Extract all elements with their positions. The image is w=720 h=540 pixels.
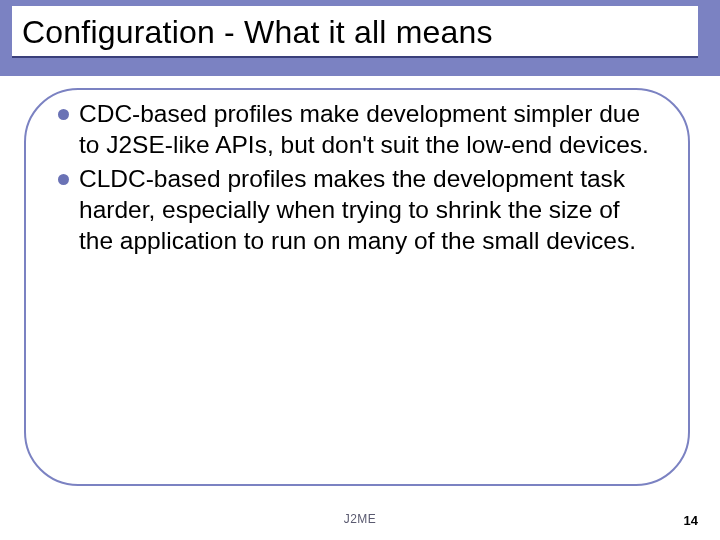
content-body: CDC-based profiles make development simp… (58, 98, 660, 476)
list-item: CDC-based profiles make development simp… (58, 98, 660, 161)
title-container: Configuration - What it all means (12, 6, 698, 57)
list-item: CLDC-based profiles makes the developmen… (58, 163, 660, 257)
bullet-text: CDC-based profiles make development simp… (79, 98, 660, 161)
content-frame: CDC-based profiles make development simp… (24, 88, 690, 486)
page-number: 14 (684, 513, 698, 528)
bullet-text: CLDC-based profiles makes the developmen… (79, 163, 660, 257)
title-underline (12, 56, 698, 58)
bullet-icon (58, 109, 69, 120)
bullet-icon (58, 174, 69, 185)
footer-label: J2ME (0, 512, 720, 526)
slide-title: Configuration - What it all means (22, 14, 688, 51)
